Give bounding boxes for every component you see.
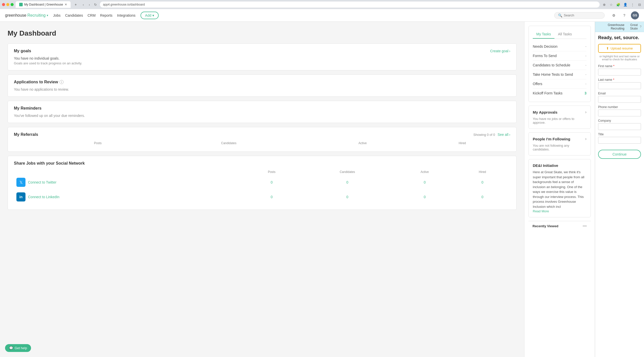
dot-yellow[interactable] [6,3,9,6]
help-button[interactable]: ? [620,11,628,19]
task-item[interactable]: Candidates to Schedule - [533,61,586,70]
nav-integrations[interactable]: Integrations [117,13,135,17]
dei-section: DE&I Initiative Here at Great Skate, we … [528,159,591,217]
task-value: - [585,63,586,67]
task-label: Candidates to Schedule [533,63,570,67]
search-input[interactable] [564,13,599,17]
side-panel-help-icon[interactable]: ? [640,25,641,29]
email-input[interactable] [598,96,641,103]
no-goals-line1: You have no individual goals. [14,56,510,60]
create-goal-icon: › [509,49,510,53]
linkedin-icon[interactable]: in [16,192,25,201]
task-item[interactable]: Kickoff Form Tasks 3 [533,89,586,98]
menu-button[interactable]: ⋮ [630,2,635,7]
title-label: Title [598,133,641,136]
nav-candidates[interactable]: Candidates [65,13,83,17]
last-name-input[interactable] [598,82,641,89]
settings-button[interactable]: ⚙ [610,11,618,19]
first-name-group: First name * [598,64,641,75]
twitter-icon[interactable]: 𝕏 [16,178,25,187]
no-goals-line2: Goals are used to track progress on an a… [14,61,510,65]
back-button[interactable]: ‹ [81,2,86,7]
th-hired: Hired [455,169,510,175]
approvals-header[interactable]: My Approvals › [533,110,586,114]
twitter-row: 𝕏 Connect to Twitter [16,176,241,188]
col-posts: Posts [49,140,147,146]
create-goal-link[interactable]: Create goal › [490,49,510,53]
search-bar[interactable]: 🔍 [554,12,605,19]
add-tab-button[interactable]: + [73,2,79,7]
browser-tab[interactable]: My Dashboard | Greenhouse ✕ [16,1,71,8]
nav-reports[interactable]: Reports [100,13,113,17]
zoom-button[interactable]: ⊕ [602,2,607,7]
reminders-body: You've followed up on all your due remin… [14,114,510,118]
add-button[interactable]: Add ▾ [141,12,159,19]
side-panel-top: Greenhouse Recruiting Great Skate ? [595,22,644,32]
referrals-body: Posts Candidates Active Hired [14,140,510,146]
upload-resume-button[interactable]: ⬆ Upload resume [598,44,641,53]
tab-my-tasks[interactable]: My Tasks [533,30,554,39]
side-panel-headline: Ready, set, source. [598,35,641,40]
share-jobs-card: Share Jobs with your Social Network Post… [8,156,517,210]
task-item[interactable]: Offers - [533,79,586,89]
profile-button[interactable]: 👤 [623,2,628,7]
goals-card-header: My goals Create goal › [14,49,510,53]
create-goal-label: Create goal [490,49,508,53]
reload-button[interactable]: ↻ [93,2,98,7]
tasks-tabs: My Tasks All Tasks [533,30,586,39]
collapse-button[interactable]: ⊟ [637,2,642,7]
nav-jobs[interactable]: Jobs [53,13,61,17]
following-header[interactable]: People I'm Following › [533,137,586,141]
recently-viewed-bar: Recently Viewed — [528,221,591,231]
tab-all-tasks[interactable]: All Tasks [554,30,575,39]
add-dropdown-icon: ▾ [152,13,154,17]
side-panel-user: Great Skate [624,23,638,30]
address-bar[interactable]: app4.greenhouse.io/dashboard [100,2,600,8]
applications-info-icon[interactable]: i [60,80,64,84]
connect-twitter-link[interactable]: Connect to Twitter [28,180,57,184]
see-all-icon: › [509,133,510,137]
title-group: Title [598,133,641,144]
task-value: 3 [584,91,586,95]
no-following: You are not following any candidates. [533,144,569,151]
task-label: Kickoff Form Tasks [533,91,563,95]
continue-button[interactable]: Continue [598,150,641,159]
twitter-active: 0 [395,175,455,189]
tab-favicon [19,3,23,6]
task-item[interactable]: Needs Decision - [533,42,586,51]
referrals-actions: Showing 0 of 0 See all › [473,133,511,137]
search-icon: 🔍 [558,13,562,17]
first-name-input[interactable] [598,69,641,75]
tab-close-icon[interactable]: ✕ [65,3,67,6]
applications-body: You have no applications to review. [14,87,510,91]
read-more-link[interactable]: Read More [533,209,549,213]
tasks-section: My Tasks All Tasks Needs Decision - Form… [528,26,591,102]
task-item[interactable]: Take Home Tests to Send - [533,70,586,79]
twitter-hired: 0 [455,175,510,189]
user-avatar[interactable]: GS [631,11,639,19]
see-all-link[interactable]: See all › [498,133,510,137]
upload-resume-label: Upload resume [610,46,633,50]
extensions-button[interactable]: 🧩 [616,2,621,7]
task-value: - [585,44,586,48]
dot-red[interactable] [2,3,5,6]
title-input[interactable] [598,137,641,144]
referrals-card-header: My Referrals Showing 0 of 0 See all › [14,132,510,137]
bookmark-button[interactable]: ☆ [609,2,614,7]
dot-green[interactable] [11,3,14,6]
task-item[interactable]: Forms To Send - [533,51,586,61]
help-bubble[interactable]: 💬 Get help [5,344,31,352]
nav-crm[interactable]: CRM [88,13,96,17]
connect-linkedin-link[interactable]: Connect to LinkedIn [28,195,60,199]
applications-card-header: Applications to Review i [14,80,510,84]
no-applications: You have no applications to review. [14,87,69,91]
company-input[interactable] [598,123,641,130]
recently-viewed-close-icon[interactable]: — [583,224,587,228]
last-name-group: Last name * [598,78,641,89]
forward-button[interactable]: › [87,2,92,7]
nav-icons: ⚙ ? GS [610,11,639,19]
logo-dropdown-icon[interactable]: ▾ [47,14,48,17]
col-hired: Hired [415,140,510,146]
following-chevron-icon: › [585,137,586,141]
phone-input[interactable] [598,110,641,116]
